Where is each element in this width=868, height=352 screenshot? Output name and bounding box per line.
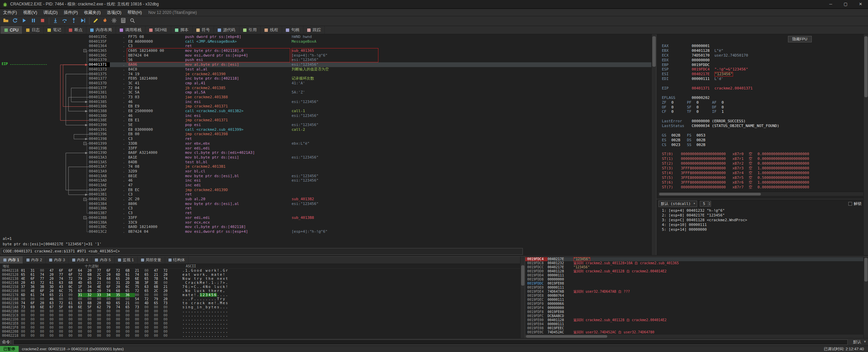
disasm-row[interactable]: 00401364.C3ret <box>0 44 656 48</box>
calling-convention-select[interactable]: 默认 (stdcall) <box>658 201 697 207</box>
stack-row[interactable]: 0019FDD400000111 <box>525 273 868 277</box>
register-row[interactable]: EAX00000001 <box>656 44 868 48</box>
view-tab-跟踪[interactable]: 跟踪 <box>303 26 325 34</box>
argument-row[interactable]: 1: [esp+4] 00401232 "h-!@"6" <box>656 208 868 213</box>
dump-tab-7[interactable]: 局部变量 <box>138 256 165 264</box>
dump-row[interactable]: 0040212865617420776F726B2C206D6174652120… <box>0 273 525 277</box>
view-tab-断点[interactable]: 断点 <box>65 26 86 34</box>
view-tab-脚本[interactable]: 脚本 <box>171 26 193 34</box>
stack-row[interactable]: 0019FDE000000111 <box>525 286 868 290</box>
disasm-row[interactable]: 004013A5.84DBtest bl,bl <box>0 160 656 165</box>
stack-row[interactable]: 0019FDCC0040217E"123456" <box>525 265 868 269</box>
stack-row[interactable]: 0019FE0400000111 <box>525 322 868 326</box>
dump-row[interactable]: 004021A873696E675F696E5F6279746573000000… <box>0 305 525 309</box>
disasm-row[interactable]: 004013A3.8A1Emov bl,byte ptr ds:[esi]esi… <box>0 155 656 160</box>
dump-tab-1[interactable]: 内存 1 <box>0 256 23 264</box>
disassembly-panel[interactable]: 0040135C.FF75 08push dword ptr ss:[ebp+8… <box>0 34 656 255</box>
dump-row[interactable]: 004021C800000000000000000000000000000000… <box>0 313 525 317</box>
stack-row[interactable]: 0019FDD800000000 <box>525 277 868 282</box>
hide-fpu-button[interactable]: 隐藏FPU <box>788 36 812 42</box>
disasm-row[interactable]: 00401386.EB E9jmp crackme2.401371 <box>0 104 656 109</box>
stack-row[interactable]: 0019FDF400000000 <box>525 306 868 310</box>
function-collapse-icon[interactable]: - <box>83 142 86 145</box>
disasm-row[interactable]: 0040137D.3C 41cmp al,4141:'A' <box>0 81 656 86</box>
fpu-register-row[interactable]: ST(4)3FFF8000000000000000x87r4空1.0000000… <box>656 171 868 175</box>
disasm-row[interactable]: 00401385.46inc esiesi:"123456" <box>0 100 656 104</box>
restart-button[interactable] <box>11 17 20 25</box>
dump-tab-3[interactable]: 内存 3 <box>46 256 69 264</box>
register-row[interactable]: LastStatusC0000034 (STATUS_OBJECT_NAME_N… <box>656 124 868 128</box>
dump-tab-2[interactable]: 内存 2 <box>23 256 46 264</box>
register-row[interactable]: EBX00401128L"è" <box>656 48 868 53</box>
disasm-row[interactable]: 0040138E.EB E1jmp crackme2.401371 <box>0 118 656 123</box>
register-row[interactable]: ESI0040217E"123456" <box>656 72 868 77</box>
disasm-row[interactable]: 004013BA.33C9xor ecx,ecx <box>0 220 656 225</box>
disasm-row[interactable]: 0040139B.33FFxor edi,edi <box>0 146 656 151</box>
dump-row[interactable]: 00402118013100476F6F6420776F726B21004772… <box>0 269 525 273</box>
view-tab-内存布局[interactable]: 内存布局 <box>86 26 116 34</box>
dump-row[interactable]: 0040214820437261636B4D652100312D3B3F3E00… <box>0 281 525 285</box>
run-button[interactable] <box>20 17 29 25</box>
menu-item[interactable]: 文件(F) <box>0 9 20 16</box>
registers-horizontal-scrollbar[interactable] <box>658 192 865 196</box>
stack-row[interactable]: 0019FE080019FEEC <box>525 326 868 330</box>
dump-row[interactable]: 0040218800000046000000000000000054727920… <box>0 297 525 301</box>
disasm-row[interactable]: 004013B1.C3ret <box>0 192 656 197</box>
register-row[interactable]: EDX00000000 <box>656 58 868 63</box>
run-to-user-code-button[interactable] <box>78 17 87 25</box>
step-over-button[interactable] <box>60 17 69 25</box>
register-row[interactable]: GS002BFS0053 <box>656 133 868 138</box>
menu-item[interactable]: 收藏夹(I) <box>81 9 104 16</box>
dump-tab-8[interactable]: 结构体 <box>165 256 189 264</box>
register-row[interactable]: EFLAGS00000202 <box>656 96 868 100</box>
register-row[interactable]: CF0TF0IF1 <box>656 109 868 114</box>
disasm-row[interactable]: 004013AE.47inc edi <box>0 183 656 188</box>
fpu-register-row[interactable]: ST(2)00000000000000000000x87r2空0.0000000… <box>656 161 868 166</box>
argument-row[interactable]: 5: [esp+14] 00000000 <box>656 227 868 232</box>
disasm-row[interactable]: 004013C2.8B7424 04mov esi,dword ptr ss:[… <box>0 229 656 234</box>
disassembly-scrollbar[interactable] <box>651 34 656 255</box>
disasm-row[interactable]: 0040139D.8A8F A3214000mov cl,byte ptr ds… <box>0 150 656 155</box>
dump-row[interactable]: 0040215837363B3D430C1F344E6F206C75636B21… <box>0 285 525 289</box>
disasm-row[interactable]: 004013B2.2C 20sub al,20sub_4013B2 <box>0 197 656 202</box>
disasm-row[interactable]: 00401377.FE05 18214000inc byte ptr ds:[4… <box>0 76 656 81</box>
view-tab-笔记[interactable]: 笔记 <box>44 26 65 34</box>
view-tab-符号[interactable]: 符号 <box>193 26 214 34</box>
dump-tab-5[interactable]: 内存 5 <box>92 256 115 264</box>
register-row[interactable]: ESP0019FDC4"-!@"=&"123456" <box>656 67 868 72</box>
view-tab-源代码[interactable]: 源代码 <box>214 26 239 34</box>
view-tab-调用堆栈[interactable]: 调用堆栈 <box>116 26 145 34</box>
dump-row[interactable]: 00402198746F20637261636B206D6521004D6573… <box>0 301 525 305</box>
disasm-row[interactable]: 004013B8.33FFxor edi,edisub_4013B8 <box>0 215 656 220</box>
stack-horizontal-scrollbar[interactable] <box>525 334 864 338</box>
register-row[interactable]: EDI00000111L'd' <box>656 77 868 81</box>
step-out-button[interactable] <box>69 17 78 25</box>
spinner-arrows-icon[interactable]: ▲▼ <box>708 201 711 206</box>
dump-scrollbar[interactable] <box>520 256 525 338</box>
patches-button[interactable] <box>91 17 100 25</box>
menu-item[interactable]: 视图(V) <box>20 9 40 16</box>
menu-item[interactable]: 调试(D) <box>40 9 61 16</box>
stack-row[interactable]: 0019FDC40040217E"123456" <box>525 257 868 261</box>
disasm-row[interactable]: 00401396.EB 00jmp crackme2.401398 <box>0 132 656 137</box>
stack-row[interactable]: 0019FDFCDCBAABCD <box>525 314 868 318</box>
register-row[interactable]: LastError00000000 (ERROR_SUCCESS) <box>656 119 868 124</box>
function-collapse-icon[interactable]: - <box>83 49 86 52</box>
view-tab-日志[interactable]: 日志 <box>22 26 44 34</box>
stack-row[interactable]: 0019FDE474D647AB返回到 user32.74D647AB 自 ??… <box>525 290 868 294</box>
dump-tab-6[interactable]: 监视 1 <box>115 256 138 264</box>
disasm-row[interactable]: 004013B6.C3ret <box>0 206 656 211</box>
function-collapse-icon[interactable]: - <box>83 198 86 201</box>
unlock-checkbox[interactable] <box>848 202 852 206</box>
register-row[interactable]: ECX74D50170user32.74D50170 <box>656 53 868 58</box>
argument-row[interactable]: 2: [esp+8] 0040217E "123456" <box>656 213 868 218</box>
disasm-row[interactable]: 004013AD.46inc esiesi:"123456" <box>0 178 656 183</box>
function-collapse-icon[interactable]: - <box>83 216 86 219</box>
disasm-row[interactable]: 00401370.56push esiesi:"123456" <box>0 58 656 62</box>
fpu-register-row[interactable]: ST(1)00000000000000000000x87r1空0.0000000… <box>656 157 868 161</box>
stack-row[interactable]: 0019FE0000401128返回到 crackme2.sub_401128 … <box>525 318 868 322</box>
disasm-row[interactable]: 004013AF.EB ECjmp crackme2.40139D <box>0 188 656 192</box>
disasm-row[interactable]: 0040135F.E8 A6000000call <JMP.&MessageBo… <box>0 39 656 44</box>
disasm-row[interactable]: 00401391.E8 03000000call <crackme2.sub_4… <box>0 127 656 132</box>
trace-button[interactable] <box>100 17 110 25</box>
